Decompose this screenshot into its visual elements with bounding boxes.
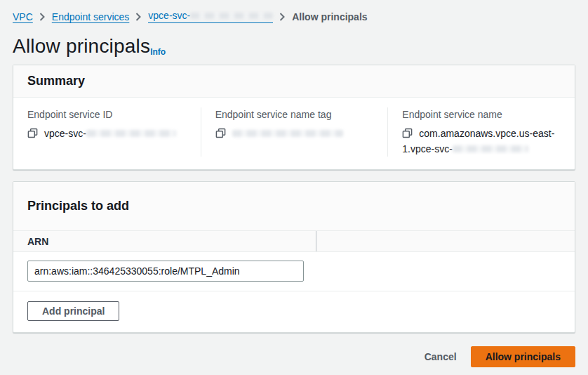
field-label: Endpoint service ID	[27, 107, 188, 121]
redacted-value	[86, 130, 176, 137]
cancel-button[interactable]: Cancel	[416, 348, 465, 366]
arn-column-header: ARN	[13, 236, 316, 247]
field-value: com.amazonaws.vpce.us-east-1.vpce-svc-	[402, 126, 562, 157]
summary-field-endpoint-service-id: Endpoint service ID vpce-svc-	[13, 107, 201, 157]
principals-card-header: Principals to add	[13, 182, 575, 230]
footer-actions: Cancel Allow principals	[13, 346, 575, 367]
field-value: vpce-svc-	[27, 126, 188, 141]
chevron-right-icon	[39, 13, 46, 21]
breadcrumb-current: Allow principals	[292, 11, 367, 22]
chevron-right-icon	[135, 13, 142, 21]
copy-icon[interactable]	[402, 127, 413, 138]
principals-to-add-card: Principals to add ARN Add principal	[13, 181, 575, 333]
chevron-right-icon	[279, 13, 286, 21]
add-principal-button[interactable]: Add principal	[27, 301, 119, 321]
summary-card-header: Summary	[13, 65, 575, 98]
summary-card: Summary Endpoint service ID vpce-svc- En…	[13, 65, 575, 170]
summary-field-endpoint-service-name: Endpoint service name com.amazonaws.vpce…	[387, 107, 575, 157]
copy-icon[interactable]	[27, 127, 38, 138]
copy-icon[interactable]	[215, 127, 226, 138]
breadcrumb-link-service-id[interactable]: vpce-svc-	[148, 10, 273, 23]
redacted-value	[453, 145, 528, 152]
page-title-row: Allow principalsInfo	[13, 35, 575, 58]
summary-title: Summary	[27, 74, 561, 88]
redacted-value	[232, 130, 343, 137]
redacted-value	[190, 13, 273, 19]
breadcrumb-service-id-prefix: vpce-svc-	[148, 10, 190, 21]
field-label: Endpoint service name tag	[215, 107, 375, 121]
arn-input[interactable]	[27, 261, 304, 282]
field-value	[215, 126, 375, 141]
page-title: Allow principals	[13, 35, 150, 57]
allow-principals-button[interactable]: Allow principals	[471, 346, 575, 367]
info-link[interactable]: Info	[150, 47, 166, 57]
add-principal-row: Add principal	[13, 291, 575, 332]
value-prefix: vpce-svc-	[44, 128, 86, 139]
principals-title: Principals to add	[27, 199, 561, 213]
summary-grid: Endpoint service ID vpce-svc- Endpoint s…	[13, 98, 575, 169]
arn-table-header: ARN	[13, 230, 575, 252]
breadcrumb: VPC Endpoint services vpce-svc- Allow pr…	[13, 10, 575, 23]
field-label: Endpoint service name	[402, 107, 562, 121]
summary-field-endpoint-service-name-tag: Endpoint service name tag	[201, 107, 388, 157]
arn-column-divider	[316, 231, 575, 251]
breadcrumb-link-vpc[interactable]: VPC	[13, 11, 33, 22]
arn-input-row	[13, 252, 575, 291]
breadcrumb-link-endpoint-services[interactable]: Endpoint services	[52, 11, 130, 22]
